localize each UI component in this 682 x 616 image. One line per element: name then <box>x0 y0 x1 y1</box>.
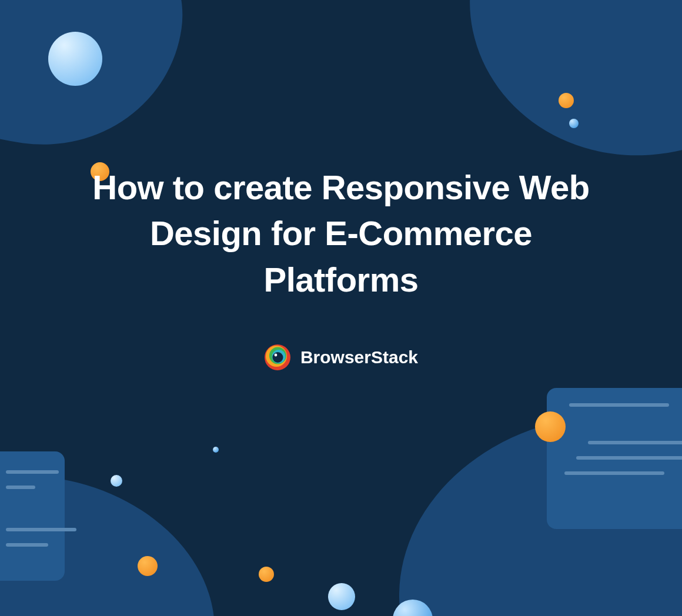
decorative-line <box>6 543 48 547</box>
decorative-line <box>6 486 35 489</box>
decorative-dot <box>559 93 574 108</box>
decorative-line <box>564 471 664 475</box>
decorative-dot <box>569 119 579 128</box>
hero-content: How to create Responsive Web Design for … <box>0 165 682 371</box>
decorative-line <box>569 403 669 407</box>
decorative-dot <box>328 583 355 610</box>
decorative-line <box>6 470 59 474</box>
svg-point-4 <box>272 352 283 363</box>
decorative-dot <box>138 556 158 576</box>
decorative-panel <box>0 451 65 581</box>
decorative-dot <box>111 475 122 487</box>
svg-point-5 <box>275 353 278 356</box>
browserstack-logo-icon <box>264 344 291 371</box>
decorative-blob <box>0 0 199 163</box>
page-title: How to create Responsive Web Design for … <box>71 165 611 303</box>
decorative-line <box>576 456 682 460</box>
hero-graphic: How to create Responsive Web Design for … <box>0 0 682 616</box>
brand-block: BrowserStack <box>71 344 611 371</box>
brand-name: BrowserStack <box>300 347 418 367</box>
decorative-dot <box>259 567 274 582</box>
decorative-line <box>588 441 682 444</box>
decorative-dot <box>535 411 566 442</box>
decorative-panel <box>547 388 682 529</box>
decorative-dot <box>213 447 219 453</box>
decorative-line <box>6 528 76 531</box>
decorative-dot <box>48 32 102 86</box>
